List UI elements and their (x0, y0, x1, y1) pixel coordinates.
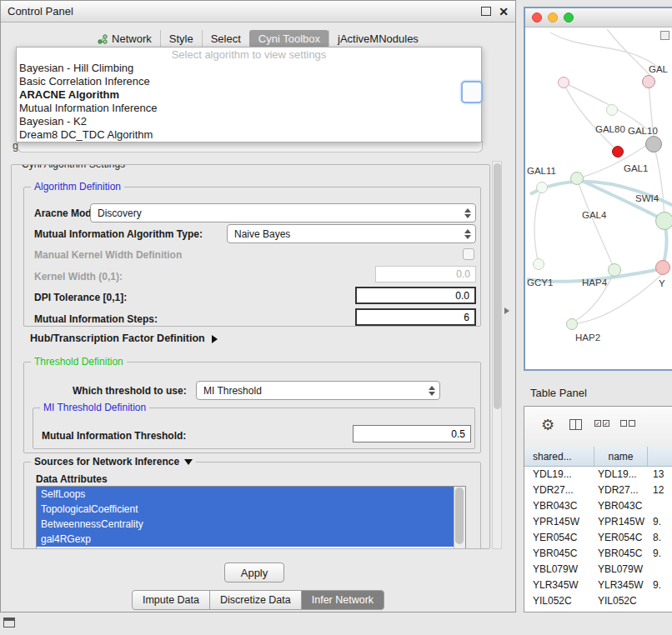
settings-scrollbar-thumb[interactable] (494, 163, 501, 409)
aracne-mode-combobox[interactable]: Discovery (90, 203, 476, 222)
aracne-mode-value: Discovery (91, 208, 460, 219)
mi-threshold-label: Mutual Information Threshold: (42, 430, 186, 442)
dropdown-item[interactable]: Basic Correlation Inference (17, 75, 481, 88)
mi-type-label: Mutual Information Algorithm Type: (34, 228, 203, 240)
network-overlay-widget[interactable] (660, 31, 669, 40)
network-node[interactable] (642, 75, 655, 88)
network-node[interactable] (645, 136, 662, 152)
cell: 13 (648, 468, 672, 480)
tab-style[interactable]: Style (160, 30, 202, 48)
columns-icon[interactable] (569, 419, 582, 430)
table-row[interactable]: YBL079W YBL079W (524, 561, 672, 577)
dropdown-item[interactable]: Bayesian - Hill Climbing (17, 62, 481, 75)
which-threshold-combobox[interactable]: MI Threshold (196, 381, 440, 400)
cell: YER054C (524, 532, 594, 543)
select-all-checkboxes-icon[interactable]: ✓✓ (594, 420, 609, 427)
dropdown-item[interactable]: Dream8 DC_TDC Algorithm (17, 128, 481, 142)
tab-select-label: Select (211, 32, 241, 45)
table-row[interactable]: YDR27... YDR27... 12 (524, 482, 672, 498)
mi-steps-label: Mutual Information Steps: (34, 313, 158, 325)
network-node[interactable] (655, 212, 672, 230)
settings-scrollbar[interactable] (492, 161, 502, 549)
network-node[interactable] (612, 146, 624, 158)
apply-button[interactable]: Apply (224, 562, 284, 582)
kernel-width-field[interactable] (375, 266, 476, 282)
algorithm-definition-group: Algorithm Definition Aracne Mode: Discov… (23, 187, 481, 327)
network-node[interactable] (533, 258, 544, 270)
dropdown-item-selected[interactable]: ARACNE Algorithm (17, 88, 481, 102)
network-node[interactable] (570, 172, 584, 185)
cell: YLR345W (524, 579, 594, 591)
manual-kernel-checkbox[interactable] (463, 248, 474, 260)
column-header-name[interactable]: name (594, 447, 648, 466)
network-node[interactable] (608, 263, 621, 277)
mi-threshold-group-title: MI Threshold Definition (40, 402, 149, 413)
deselect-all-checkboxes-icon[interactable] (620, 420, 635, 427)
column-header-extra[interactable] (648, 447, 672, 466)
attribute-list-scrollbar[interactable] (454, 487, 465, 549)
apply-button-label: Apply (241, 567, 268, 579)
node-label: SWI4 (635, 193, 659, 203)
dpi-tolerance-field[interactable] (355, 287, 476, 304)
tab-network-label: Network (112, 32, 152, 45)
control-panel-titlebar: Control Panel ✕ (1, 1, 515, 22)
table-row[interactable]: YBR043C YBR043C (524, 498, 672, 513)
algorithm-combobox-bottom-edge[interactable] (18, 141, 483, 152)
tab-infer-network[interactable]: Infer Network (301, 590, 384, 610)
cell: YBR043C (594, 500, 648, 512)
network-node[interactable] (566, 318, 578, 330)
attribute-item[interactable]: TopologicalCoefficient (37, 502, 465, 517)
network-node[interactable] (655, 260, 670, 275)
table-row[interactable]: YER054C YER054C 8. (524, 529, 672, 545)
tab-cyni-toolbox[interactable]: Cyni Toolbox (249, 30, 328, 48)
attribute-item[interactable]: gal4RGexp (37, 532, 465, 547)
close-traffic-light[interactable] (532, 12, 542, 22)
gear-icon[interactable]: ⚙ (541, 417, 554, 433)
network-node[interactable] (558, 77, 569, 88)
minimize-traffic-light[interactable] (548, 12, 558, 22)
mi-threshold-field[interactable] (353, 425, 471, 442)
combo-arrows-icon (460, 208, 475, 218)
panel-dock-icon[interactable] (3, 618, 15, 628)
network-node[interactable] (536, 182, 548, 193)
mi-type-combobox[interactable]: Naive Bayes (227, 224, 476, 243)
cell: YBR043C (524, 500, 594, 512)
node-label: Y (659, 278, 665, 288)
cell: YER054C (594, 532, 648, 543)
threshold-definition-group: Threshold Definition Which threshold to … (23, 362, 481, 453)
zoom-traffic-light[interactable] (564, 12, 574, 22)
combo-arrows-icon (424, 386, 439, 396)
float-window-icon[interactable] (481, 7, 491, 16)
tab-jactivemnodules[interactable]: jActiveMNodules (328, 30, 427, 48)
hub-section-toggle[interactable]: Hub/Transcription Factor Definition (30, 332, 218, 344)
dropdown-item[interactable]: Bayesian - K2 (17, 115, 481, 128)
network-canvas[interactable]: GALGAL80GAL10GAL11GAL1SWI4GAL4GCY1HAP4YH… (525, 28, 672, 369)
tab-network[interactable]: Network (89, 30, 160, 48)
sources-title-toggle[interactable]: Sources for Network Inference (31, 456, 196, 468)
network-node[interactable] (606, 104, 618, 116)
mi-steps-field[interactable] (355, 308, 476, 326)
attribute-item[interactable]: SelfLoops (37, 487, 465, 502)
splitter-collapse-arrow[interactable] (504, 308, 509, 314)
tab-cyni-toolbox-label: Cyni Toolbox (258, 32, 320, 45)
table-row[interactable]: YIL052C YIL052C (524, 592, 672, 608)
attribute-item[interactable]: BetweennessCentrality (37, 517, 465, 532)
network-view-window: GALGAL80GAL10GAL11GAL1SWI4GAL4GCY1HAP4YH… (524, 7, 672, 371)
table-row[interactable]: YPR145W YPR145W 9. (524, 513, 672, 529)
dropdown-item[interactable]: Mutual Information Inference (17, 102, 481, 115)
table-row[interactable]: YBR045C YBR045C 9. (524, 545, 672, 561)
table-header-row: shared... name (524, 447, 672, 467)
close-icon[interactable]: ✕ (499, 6, 509, 18)
which-threshold-value: MI Threshold (197, 385, 424, 397)
tab-select[interactable]: Select (202, 30, 249, 48)
node-label: HAP2 (575, 332, 600, 342)
tab-impute-data[interactable]: Impute Data (132, 590, 210, 610)
tab-discretize-data[interactable]: Discretize Data (209, 590, 302, 610)
cell: YPR145W (594, 516, 648, 528)
table-row[interactable]: YDL19... YDL19... 13 (524, 466, 672, 482)
algorithm-combobox-focus-ring[interactable] (461, 81, 483, 103)
cell: 9. (648, 579, 672, 591)
dpi-tolerance-label: DPI Tolerance [0,1]: (34, 292, 127, 303)
column-header-shared-name[interactable]: shared... (524, 447, 594, 466)
table-row[interactable]: YLR345W YLR345W 9. (524, 577, 672, 592)
